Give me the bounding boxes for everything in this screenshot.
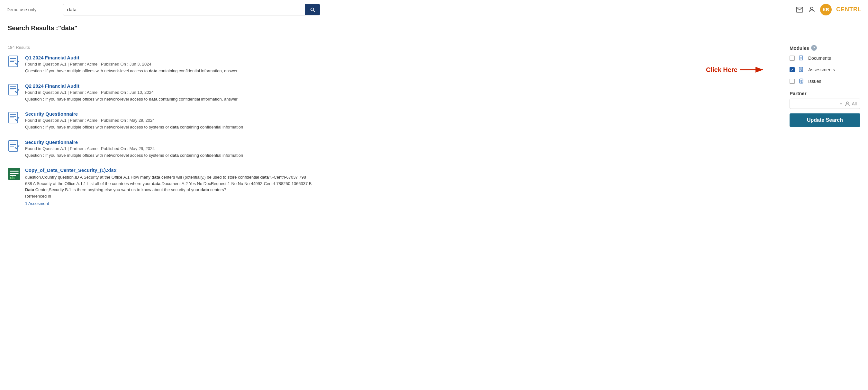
partner-select[interactable]: All: [789, 99, 860, 109]
partner-label: Partner: [789, 91, 860, 96]
module-option-assessments[interactable]: Assessments: [789, 66, 860, 73]
modules-title: Modules ?: [789, 45, 860, 51]
assessment-icon: [8, 111, 21, 124]
result-excerpt: question.Country question.ID A Security …: [25, 174, 779, 199]
user-icon-button[interactable]: [808, 6, 815, 13]
result-excerpt: Question : If you have multiple offices …: [25, 68, 779, 74]
result-meta: Found in Question A.1 | Partner : Acme |…: [25, 90, 779, 95]
assessments-checkbox[interactable]: [789, 67, 795, 72]
results-count: 184 Results: [8, 45, 779, 50]
result-title[interactable]: Copy_of_Data_Center_Security_(1).xlsx: [25, 167, 116, 173]
result-meta: Found in Question A.1 | Partner : Acme |…: [25, 146, 779, 151]
result-meta: Found in Question A.1 | Partner : Acme |…: [25, 118, 779, 123]
person-icon: [844, 101, 850, 107]
assessment-icon: [8, 139, 21, 152]
result-content: Security Questionnaire Found in Question…: [25, 111, 779, 130]
issues-checkbox[interactable]: [789, 79, 795, 84]
table-row: Security Questionnaire Found in Question…: [8, 139, 779, 159]
page-title: Search Results :"data": [8, 24, 860, 32]
assessment-icon: [8, 55, 21, 68]
result-title[interactable]: Q1 2024 Financial Audit: [25, 55, 80, 60]
result-excerpt: Question : If you have multiple offices …: [25, 96, 779, 102]
result-title[interactable]: Security Questionnaire: [25, 139, 78, 145]
result-excerpt: Question : If you have multiple offices …: [25, 152, 779, 159]
issue-icon: [798, 78, 805, 85]
avatar[interactable]: KB: [820, 4, 832, 15]
update-search-button[interactable]: Update Search: [789, 113, 860, 127]
demo-label: Demo use only: [6, 7, 58, 12]
doc-icon: [798, 55, 805, 62]
page-title-bar: Search Results :"data": [0, 19, 868, 37]
partner-section: Partner All: [789, 91, 860, 109]
partner-select-icons: All: [839, 101, 857, 107]
svg-text:xls: xls: [10, 176, 14, 180]
table-row: xls Copy_of_Data_Center_Security_(1).xls…: [8, 167, 779, 206]
chevron-down-icon: [839, 101, 843, 106]
documents-checkbox[interactable]: [789, 56, 795, 61]
result-excerpt: Question : If you have multiple offices …: [25, 124, 779, 130]
table-row: Q1 2024 Financial Audit Found in Questio…: [8, 55, 779, 74]
table-row: Security Questionnaire Found in Question…: [8, 111, 779, 130]
user-icon: [808, 6, 815, 13]
svg-point-1: [810, 7, 813, 10]
all-label: All: [851, 101, 857, 106]
partner-select-text: [793, 101, 839, 106]
brand-name: CENTRL: [836, 6, 862, 13]
sidebar: Modules ? Documents Click Here: [789, 45, 860, 127]
assessments-wrapper: Click Here: [789, 66, 860, 73]
header-icons: KB CENTRL: [796, 4, 862, 15]
search-bar[interactable]: [63, 4, 320, 15]
search-input[interactable]: [63, 4, 305, 15]
results-area: 184 Results Q1 2024 Financial Audit Foun…: [8, 45, 779, 215]
result-content: Copy_of_Data_Center_Security_(1).xlsx qu…: [25, 167, 779, 206]
search-icon: [310, 7, 315, 12]
main-content: 184 Results Q1 2024 Financial Audit Foun…: [0, 37, 868, 223]
xlsx-icon: xls: [8, 167, 21, 180]
mail-icon-button[interactable]: [796, 6, 803, 13]
help-badge[interactable]: ?: [811, 45, 817, 51]
result-title[interactable]: Q2 2024 Financial Audit: [25, 83, 80, 89]
assessments-label: Assessments: [808, 67, 835, 72]
module-option-issues[interactable]: Issues: [789, 78, 860, 85]
result-content: Security Questionnaire Found in Question…: [25, 139, 779, 159]
assesment-link[interactable]: 1 Assesment: [25, 201, 49, 206]
result-title[interactable]: Security Questionnaire: [25, 111, 78, 117]
header: Demo use only KB CENTRL: [0, 0, 868, 19]
search-button[interactable]: [305, 4, 320, 15]
assessment-icon: [8, 83, 21, 96]
result-content: Q2 2024 Financial Audit Found in Questio…: [25, 83, 779, 102]
documents-label: Documents: [808, 56, 831, 61]
assess-icon: [798, 66, 805, 73]
issues-label: Issues: [808, 79, 821, 84]
table-row: Q2 2024 Financial Audit Found in Questio…: [8, 83, 779, 102]
result-meta: Found in Question A.1 | Partner : Acme |…: [25, 62, 779, 66]
module-option-documents[interactable]: Documents: [789, 55, 860, 62]
result-content: Q1 2024 Financial Audit Found in Questio…: [25, 55, 779, 74]
svg-point-35: [846, 102, 848, 104]
mail-icon: [796, 6, 803, 13]
